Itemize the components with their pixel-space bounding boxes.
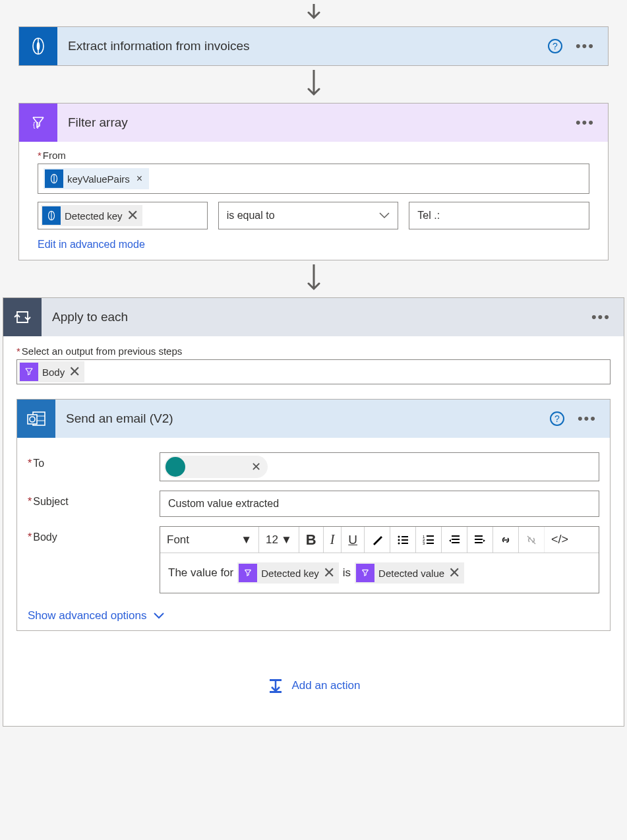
svg-rect-23 bbox=[270, 691, 282, 693]
remove-recipient-icon[interactable]: ✕ bbox=[251, 460, 261, 474]
bold-button[interactable]: B bbox=[299, 527, 324, 553]
to-input[interactable]: ✕ bbox=[160, 452, 599, 481]
svg-rect-11 bbox=[427, 535, 434, 537]
chevron-down-icon bbox=[154, 613, 164, 619]
select-output-input[interactable]: Body ✕ bbox=[16, 359, 611, 384]
outlook-icon bbox=[17, 400, 55, 438]
filter-header[interactable]: { } Filter array ••• bbox=[19, 104, 608, 142]
body-richtext: Font▼ 12▼ B I U 123 bbox=[160, 526, 599, 593]
svg-rect-17 bbox=[452, 539, 460, 540]
edit-advanced-link[interactable]: Edit in advanced mode bbox=[38, 239, 145, 251]
chevron-down-icon bbox=[379, 212, 390, 219]
remove-token-icon[interactable]: ✕ bbox=[448, 564, 460, 582]
filter-icon bbox=[239, 564, 257, 582]
fontsize-select[interactable]: 12▼ bbox=[259, 527, 299, 553]
remove-token-icon[interactable]: × bbox=[134, 173, 145, 185]
from-input[interactable]: keyValuePairs × bbox=[38, 164, 589, 194]
svg-rect-9 bbox=[402, 543, 408, 544]
filter-icon bbox=[356, 564, 374, 582]
unlink-button[interactable] bbox=[519, 527, 545, 553]
recipient-pill[interactable]: ✕ bbox=[164, 456, 268, 478]
token-detected-value[interactable]: Detected value ✕ bbox=[355, 562, 464, 584]
number-list-button[interactable]: 123 bbox=[416, 527, 442, 553]
color-button[interactable] bbox=[365, 527, 390, 553]
avatar bbox=[165, 457, 185, 477]
more-icon[interactable]: ••• bbox=[576, 44, 595, 49]
link-button[interactable] bbox=[493, 527, 519, 553]
svg-rect-13 bbox=[427, 539, 434, 541]
ai-builder-icon bbox=[45, 169, 63, 188]
select-output-label: *Select an output from previous steps bbox=[16, 345, 611, 357]
add-action-button[interactable]: Add an action bbox=[267, 677, 361, 694]
more-icon[interactable]: ••• bbox=[591, 315, 611, 320]
svg-point-8 bbox=[398, 542, 400, 544]
token-detected-key[interactable]: Detected key ✕ bbox=[237, 562, 339, 584]
svg-point-6 bbox=[398, 539, 400, 541]
svg-rect-2 bbox=[28, 415, 37, 424]
apply-header[interactable]: Apply to each ••• bbox=[3, 298, 624, 336]
send-email-card: Send an email (V2) ? ••• *To ✕ bbox=[16, 399, 611, 631]
svg-rect-16 bbox=[452, 535, 460, 537]
svg-rect-18 bbox=[452, 542, 460, 543]
filter-card: { } Filter array ••• *From keyValuePairs… bbox=[18, 103, 609, 260]
apply-title: Apply to each bbox=[42, 310, 591, 324]
help-icon[interactable]: ? bbox=[550, 411, 564, 426]
svg-text:3: 3 bbox=[423, 541, 425, 545]
flow-arrow bbox=[0, 260, 627, 297]
add-action-row: Add an action bbox=[16, 631, 611, 707]
loop-icon bbox=[3, 298, 42, 336]
filter-icon bbox=[20, 363, 38, 381]
filter-title: Filter array bbox=[57, 115, 576, 130]
body-label: *Body bbox=[28, 526, 160, 543]
svg-rect-5 bbox=[402, 536, 408, 537]
filter-left-input[interactable]: Detected key ✕ bbox=[38, 202, 208, 229]
svg-rect-22 bbox=[270, 679, 282, 681]
italic-button[interactable]: I bbox=[324, 527, 342, 553]
token-detected-key[interactable]: Detected key ✕ bbox=[41, 205, 142, 226]
extract-header[interactable]: Extract information from invoices ? ••• bbox=[19, 27, 608, 65]
svg-point-4 bbox=[398, 535, 400, 537]
more-icon[interactable]: ••• bbox=[578, 416, 597, 421]
filter-icon: { } bbox=[19, 104, 57, 142]
send-email-header[interactable]: Send an email (V2) ? ••• bbox=[17, 400, 610, 438]
font-select[interactable]: Font▼ bbox=[160, 527, 259, 553]
flow-arrow bbox=[0, 0, 627, 26]
remove-token-icon[interactable]: ✕ bbox=[127, 207, 138, 224]
add-action-icon bbox=[267, 677, 284, 694]
outdent-button[interactable] bbox=[442, 527, 467, 553]
help-icon[interactable]: ? bbox=[548, 39, 562, 53]
from-label: *From bbox=[38, 150, 589, 161]
svg-rect-7 bbox=[402, 539, 408, 541]
token-body[interactable]: Body ✕ bbox=[18, 361, 84, 382]
indent-button[interactable] bbox=[467, 527, 493, 553]
filter-right-input[interactable]: Tel .: bbox=[409, 202, 589, 229]
to-label: *To bbox=[28, 452, 160, 469]
subject-label: *Subject bbox=[28, 491, 160, 508]
token-keyvaluepairs[interactable]: keyValuePairs × bbox=[44, 168, 149, 189]
flow-arrow bbox=[0, 66, 627, 103]
svg-rect-15 bbox=[427, 543, 434, 544]
bullet-list-button[interactable] bbox=[390, 527, 416, 553]
apply-to-each-card: Apply to each ••• *Select an output from… bbox=[3, 297, 624, 727]
ai-builder-icon bbox=[42, 206, 61, 225]
svg-text:{ }: { } bbox=[33, 121, 40, 129]
extract-title: Extract information from invoices bbox=[57, 39, 548, 53]
filter-operator-select[interactable]: is equal to bbox=[218, 202, 399, 229]
send-email-title: Send an email (V2) bbox=[55, 411, 550, 426]
remove-token-icon[interactable]: ✕ bbox=[69, 363, 80, 380]
richtext-toolbar: Font▼ 12▼ B I U 123 bbox=[160, 527, 599, 553]
subject-input[interactable]: Custom value extracted bbox=[160, 491, 599, 517]
ai-builder-icon bbox=[19, 27, 57, 65]
svg-rect-19 bbox=[475, 535, 483, 537]
code-view-button[interactable]: </> bbox=[545, 527, 575, 553]
remove-token-icon[interactable]: ✕ bbox=[323, 564, 335, 582]
extract-card[interactable]: Extract information from invoices ? ••• bbox=[18, 26, 609, 66]
show-advanced-link[interactable]: Show advanced options bbox=[28, 609, 164, 622]
more-icon[interactable]: ••• bbox=[576, 120, 595, 125]
underline-button[interactable]: U bbox=[342, 527, 365, 553]
svg-rect-20 bbox=[475, 539, 483, 540]
body-content[interactable]: The value for Detected key ✕ is Detected bbox=[160, 553, 599, 593]
svg-rect-21 bbox=[475, 542, 483, 543]
